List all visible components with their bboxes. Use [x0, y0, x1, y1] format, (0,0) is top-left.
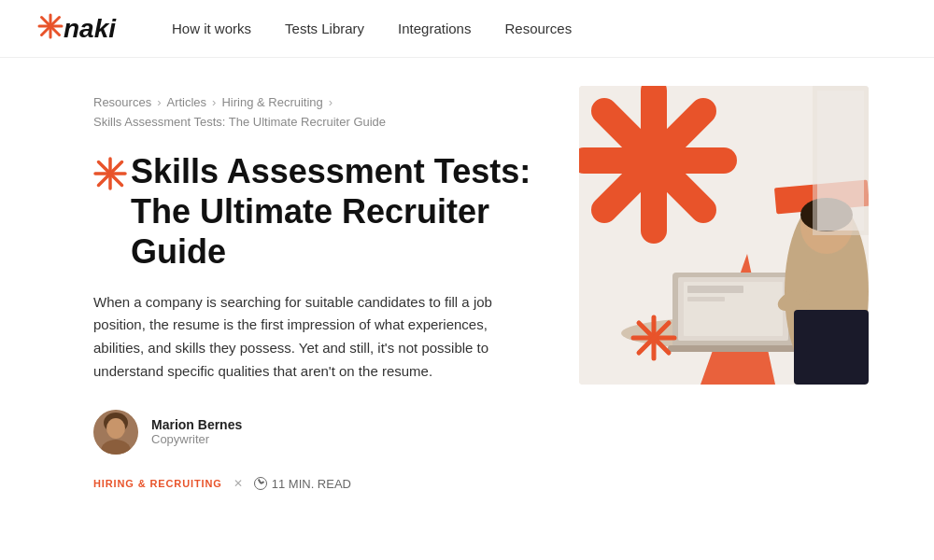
breadcrumb-sep-1: › [157, 95, 161, 109]
clock-hand-hour [260, 481, 263, 483]
breadcrumb-hiring[interactable]: Hiring & Recruiting [221, 95, 322, 109]
author-info: Marion Bernes Copywriter [151, 417, 242, 446]
author-avatar [93, 410, 138, 455]
nav-tests-library[interactable]: Tests Library [285, 21, 364, 36]
breadcrumb-resources[interactable]: Resources [93, 95, 151, 109]
author-section: Marion Bernes Copywriter [93, 410, 542, 455]
logo[interactable]: naki [37, 13, 116, 45]
clock-icon [254, 477, 267, 490]
logo-text: naki [64, 14, 116, 44]
nav-links: How it works Tests Library Integrations … [172, 21, 572, 37]
logo-asterisk [37, 13, 64, 45]
article-title-wrap: Skills Assessment Tests: The Ultimate Re… [93, 151, 542, 273]
hero-image [579, 86, 869, 385]
read-time: 11 MIN. READ [254, 477, 351, 491]
svg-rect-25 [668, 345, 799, 352]
nav-resources[interactable]: Resources [504, 21, 572, 36]
navbar: naki How it works Tests Library Integrat… [0, 0, 934, 58]
breadcrumb: Resources › Articles › Hiring & Recruiti… [93, 95, 542, 109]
breadcrumb-articles[interactable]: Articles [166, 95, 206, 109]
read-time-label: 11 MIN. READ [272, 477, 351, 491]
svg-rect-23 [687, 286, 743, 293]
title-asterisk-icon [93, 157, 127, 195]
breadcrumb-current: Skills Assessment Tests: The Ultimate Re… [93, 115, 542, 129]
svg-point-10 [106, 418, 125, 439]
tag-close-button[interactable]: ✕ [234, 477, 243, 490]
breadcrumb-sep-3: › [329, 95, 333, 109]
nav-how-it-works[interactable]: How it works [172, 21, 251, 36]
main-content: Resources › Articles › Hiring & Recruiti… [0, 58, 934, 560]
author-name: Marion Bernes [151, 417, 242, 432]
article-section: Resources › Articles › Hiring & Recruiti… [93, 95, 542, 560]
article-title: Skills Assessment Tests: The Ultimate Re… [131, 151, 542, 273]
author-role: Copywriter [151, 432, 242, 446]
tag-hiring-recruiting[interactable]: HIRING & RECRUITING [93, 478, 222, 489]
nav-integrations[interactable]: Integrations [398, 21, 471, 36]
article-meta: HIRING & RECRUITING ✕ 11 MIN. READ [93, 477, 542, 491]
image-section [579, 86, 878, 560]
svg-rect-24 [687, 297, 725, 301]
article-description: When a company is searching for suitable… [93, 291, 542, 384]
svg-rect-36 [817, 91, 864, 231]
svg-rect-29 [794, 310, 869, 385]
breadcrumb-sep-2: › [212, 95, 216, 109]
